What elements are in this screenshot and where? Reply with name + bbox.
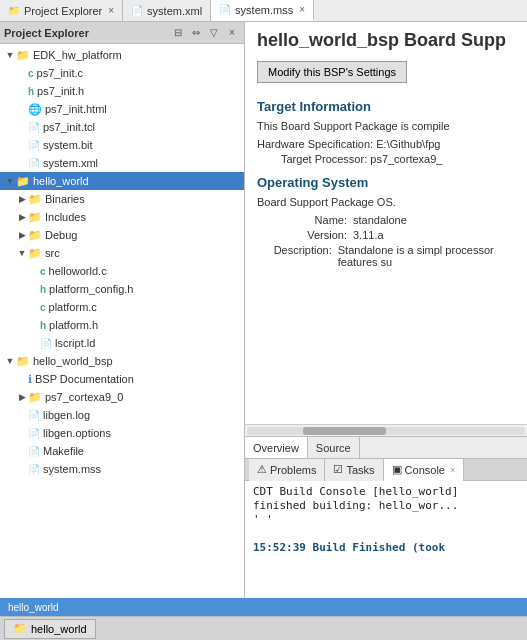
file-icon-ps7initc: c [28,68,34,79]
target-processor-row: Target Processor: ps7_cortexa9_ [257,153,515,165]
tree-item-helloworld[interactable]: ▼ 📁 hello_world [0,172,244,190]
h-scrollbar-area[interactable] [245,424,527,436]
hardware-spec-value: E:\Github\fpg [376,138,440,150]
status-text: hello_world [8,602,59,613]
folder-icon-includes: 📁 [28,211,42,224]
link-btn[interactable]: ⇔ [188,25,204,41]
tab-overview[interactable]: Overview [245,437,308,458]
project-explorer-panel: Project Explorer ⊟ ⇔ ▽ × ▼ 📁 EDK_hw_plat… [0,22,245,598]
system-mss-tab-label: system.mss [235,4,293,16]
tree-item-systemxml[interactable]: 📄 system.xml [0,154,244,172]
system-mss-close-btn[interactable]: × [299,4,305,15]
collapse-all-btn[interactable]: ⊟ [170,25,186,41]
tree-item-ps7inittcl[interactable]: 📄 ps7_init.tcl [0,118,244,136]
tree-item-label-libgen-options: libgen.options [43,427,111,439]
folder-icon-edk: 📁 [16,49,30,62]
os-version-value: 3.11.a [353,229,384,241]
tree-item-makefile[interactable]: 📄 Makefile [0,442,244,460]
file-icon-makefile: 📄 [28,446,40,457]
file-icon-platform-config: h [40,284,46,295]
target-processor-value: ps7_cortexa9_ [370,153,442,165]
project-explorer-tab-label: Project Explorer [24,5,102,17]
tree-item-system-mss[interactable]: 📄 system.mss [0,460,244,478]
overview-tab-label: Overview [253,442,299,454]
tree-item-systembit[interactable]: 📄 system.bit [0,136,244,154]
tree-item-edk[interactable]: ▼ 📁 EDK_hw_platform [0,46,244,64]
bsp-title: hello_world_bsp Board Supp [257,30,515,51]
expand-icon-ps7cortexa: ▶ [16,392,28,402]
tab-project-explorer[interactable]: 📁 Project Explorer × [0,0,123,21]
os-name-value: standalone [353,214,407,226]
tree-item-ps7cortexa[interactable]: ▶ 📁 ps7_cortexa9_0 [0,388,244,406]
console-line-2 [253,527,519,540]
file-icon-libgen-options: 📄 [28,428,40,439]
tree-item-bsp[interactable]: ▼ 📁 hello_world_bsp [0,352,244,370]
tab-source[interactable]: Source [308,437,360,458]
tree-item-label-includes: Includes [45,211,86,223]
h-scrollbar-thumb[interactable] [303,427,386,435]
panel-title: Project Explorer [4,27,170,39]
console-tab-label: Console [405,464,445,476]
tree-item-label-bsp-doc: BSP Documentation [35,373,134,385]
tab-system-mss[interactable]: 📄 system.mss × [211,0,314,21]
tree-item-label-bsp: hello_world_bsp [33,355,113,367]
file-icon-libgen-log: 📄 [28,410,40,421]
tree-item-label-helloworld: hello_world [33,175,89,187]
expand-icon-debug: ▶ [16,230,28,240]
tree-item-ps7inithtml[interactable]: 🌐 ps7_init.html [0,100,244,118]
file-icon-systembit: 📄 [28,140,40,151]
tree-item-bsp-doc[interactable]: ℹ BSP Documentation [0,370,244,388]
problems-tab[interactable]: ⚠ Problems [249,459,325,481]
project-tree[interactable]: ▼ 📁 EDK_hw_platform c ps7_init.c h ps7_i… [0,44,244,598]
tree-item-libgen-log[interactable]: 📄 libgen.log [0,406,244,424]
expand-icon-helloworld: ▼ [4,176,16,186]
tree-item-label-ps7cortexa: ps7_cortexa9_0 [45,391,123,403]
tasks-tab[interactable]: ☑ Tasks [325,459,383,481]
file-icon-ps7inithtml: 🌐 [28,103,42,116]
taskbar-item-label: hello_world [31,623,87,635]
console-tab[interactable]: ▣ Console × [384,459,465,481]
folder-icon-ps7cortexa: 📁 [28,391,42,404]
tree-item-libgen-options[interactable]: 📄 libgen.options [0,424,244,442]
tree-item-helloworld-c[interactable]: c helloworld.c [0,262,244,280]
h-scrollbar[interactable] [247,427,525,435]
tree-item-label-systemxml: system.xml [43,157,98,169]
tree-item-debug[interactable]: ▶ 📁 Debug [0,226,244,244]
os-section: Operating System [257,175,515,190]
tree-item-includes[interactable]: ▶ 📁 Includes [0,208,244,226]
console-line-3: 15:52:39 Build Finished (took [253,541,519,554]
os-version-row: Version: 3.11.a [257,229,515,241]
tree-item-lscript[interactable]: 📄 lscript.ld [0,334,244,352]
taskbar-item-helloworld[interactable]: 📁 hello_world [4,619,96,639]
tree-item-platform-h[interactable]: h platform.h [0,316,244,334]
tree-item-label-ps7initc: ps7_init.c [37,67,83,79]
tree-item-label-systembit: system.bit [43,139,93,151]
file-icon-platform-c: c [40,302,46,313]
os-description-row: Description: Standalone is a simpl proce… [257,244,515,268]
modify-bsp-button[interactable]: Modify this BSP's Settings [257,61,407,83]
tree-item-src[interactable]: ▼ 📁 src [0,244,244,262]
console-icon: ▣ [392,463,402,476]
tree-item-platform-c[interactable]: c platform.c [0,298,244,316]
console-tab-close[interactable]: × [450,465,455,475]
tree-item-binaries[interactable]: ▶ 📁 Binaries [0,190,244,208]
tree-item-ps7initc[interactable]: c ps7_init.c [0,64,244,82]
tree-item-ps7inith[interactable]: h ps7_init.h [0,82,244,100]
taskbar: 📁 hello_world [0,616,527,640]
filter-btn[interactable]: ▽ [206,25,222,41]
close-panel-btn[interactable]: × [224,25,240,41]
file-icon-platform-h: h [40,320,46,331]
tree-item-platform-config[interactable]: h platform_config.h [0,280,244,298]
tree-item-label-ps7inithtml: ps7_init.html [45,103,107,115]
tree-item-label-ps7inittcl: ps7_init.tcl [43,121,95,133]
tree-item-label-platform-config: platform_config.h [49,283,133,295]
target-info-text: This Board Support Package is compile [257,120,515,132]
folder-icon-debug: 📁 [28,229,42,242]
target-processor-label: Target Processor: [281,153,367,165]
tab-system-xml[interactable]: 📄 system.xml [123,0,211,21]
editor-content: hello_world_bsp Board Supp Modify this B… [245,22,527,424]
tree-item-label-ps7inith: ps7_init.h [37,85,84,97]
project-explorer-close-btn[interactable]: × [108,5,114,16]
problems-tab-label: Problems [270,464,316,476]
tree-item-label-src: src [45,247,60,259]
